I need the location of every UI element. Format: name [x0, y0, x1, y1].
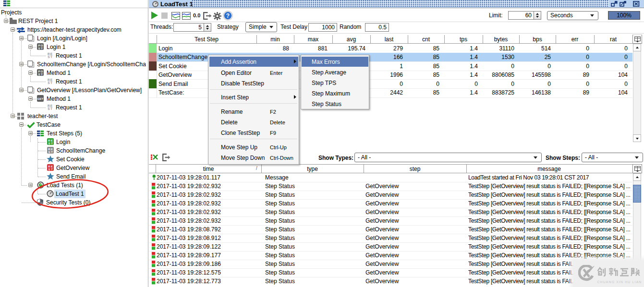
svg-text:E: E — [51, 139, 53, 142]
svg-text:S: S — [48, 107, 50, 110]
svg-text:P: P — [38, 44, 40, 47]
svg-text:?: ? — [226, 12, 230, 19]
svg-text:S: S — [38, 47, 40, 50]
svg-text:E: E — [51, 148, 53, 151]
svg-text:S: S — [48, 81, 50, 84]
svg-text:T: T — [41, 47, 43, 50]
svg-text:R: R — [48, 139, 50, 142]
svg-text:S: S — [48, 55, 50, 59]
svg-text:T: T — [50, 81, 52, 84]
svg-text:GET: GET — [37, 97, 44, 100]
svg-text:E: E — [51, 165, 53, 168]
svg-text:S: S — [48, 168, 50, 171]
svg-text:T: T — [41, 73, 43, 76]
svg-text:S: S — [48, 151, 50, 154]
svg-text:CHUANG XIN HU LIAN: CHUANG XIN HU LIAN — [597, 280, 642, 284]
svg-text:S: S — [38, 73, 40, 76]
svg-text:T: T — [51, 142, 53, 145]
svg-text:P: P — [38, 70, 40, 73]
svg-text:R: R — [48, 165, 50, 168]
svg-text:T: T — [50, 55, 52, 59]
svg-text:R: R — [48, 148, 50, 151]
svg-text:T: T — [50, 107, 52, 110]
svg-text:T: T — [51, 151, 53, 154]
svg-text:S: S — [48, 142, 50, 145]
svg-text:O: O — [41, 70, 43, 73]
svg-text:T: T — [51, 168, 53, 171]
svg-text:O: O — [41, 44, 43, 47]
